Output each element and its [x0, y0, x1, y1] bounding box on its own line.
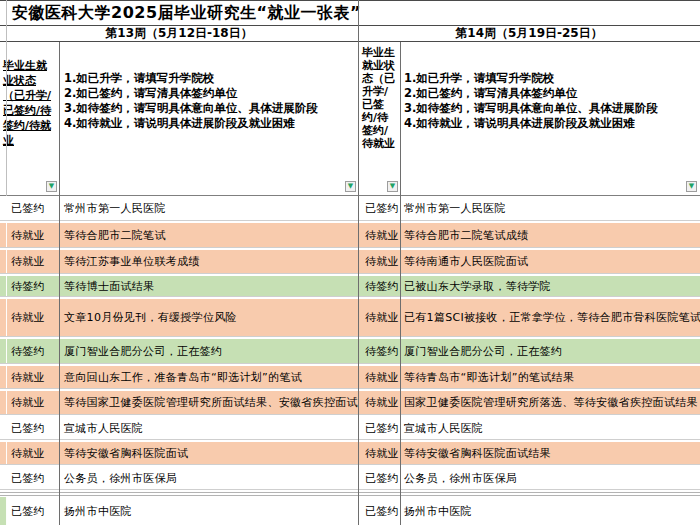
- w13-status-cell[interactable]: 已签约: [7, 196, 59, 220]
- detail-text: 等待青岛市“即选计划”的笔试结果: [404, 370, 574, 385]
- gridline-vertical: [59, 42, 60, 525]
- w14-detail-cell[interactable]: 已被山东大学录取，等待学院: [400, 276, 700, 296]
- w13-detail-cell[interactable]: 公务员，徐州市医保局: [59, 467, 358, 489]
- detail-text: 文章10月份见刊，有缓授学位风险: [64, 310, 237, 325]
- status-label: 已签约: [365, 471, 399, 486]
- w13-status-cell[interactable]: 已签约: [7, 497, 59, 525]
- w13-detail-cell[interactable]: 等待合肥市二院笔试: [59, 223, 358, 247]
- w13-detail-cell[interactable]: 意向回山东工作，准备青岛市“即选计划”的笔试: [59, 366, 358, 388]
- w14-status-cell[interactable]: 待就业: [358, 442, 400, 464]
- w13-detail-cell[interactable]: 厦门智业合肥分公司，正在签约: [59, 339, 358, 363]
- w14-status-cell[interactable]: 已签约: [358, 196, 400, 220]
- w14-status-cell[interactable]: 待就业: [358, 250, 400, 273]
- detail-text: 宣城市人民医院: [404, 421, 483, 436]
- detail-text: 等待博士面试结果: [64, 279, 154, 294]
- detail-text: 已有1篇SCI被接收，正常拿学位，等待合肥市骨科医院笔试成绩: [404, 310, 700, 325]
- detail-text: 等待国家卫健委医院管理研究所面试结果、安徽省疾控面试: [64, 395, 358, 410]
- w13-status-cell[interactable]: 待就业: [7, 442, 59, 464]
- row-leading-cell: [0, 223, 7, 247]
- w14-detail-cell[interactable]: 扬州市中医院: [400, 497, 700, 525]
- filter-arrow-icon: ▼: [689, 183, 694, 190]
- filter-dropdown-button[interactable]: ▼: [686, 181, 697, 192]
- title-cell[interactable]: 安徽医科大学2025届毕业研究生“就业一张表”: [0, 0, 700, 26]
- w14-status-cell[interactable]: 待就业: [358, 366, 400, 388]
- w13-status-cell[interactable]: 待就业: [7, 299, 59, 336]
- w14-detail-cell[interactable]: 已有1篇SCI被接收，正常拿学位，等待合肥市骨科医院笔试成绩: [400, 299, 700, 336]
- w13-status-cell[interactable]: 待就业: [7, 223, 59, 247]
- w14-status-cell[interactable]: 待就业: [358, 391, 400, 414]
- filter-dropdown-button[interactable]: ▼: [345, 181, 356, 192]
- w14-detail-cell[interactable]: 等待合肥市二院笔试成绩: [400, 223, 700, 247]
- w13-detail-cell[interactable]: 等待国家卫健委医院管理研究所面试结果、安徽省疾控面试: [59, 391, 358, 414]
- w14-status-cell[interactable]: 待签约: [358, 276, 400, 296]
- table-row: 已签约 宣城市人民医院 已签约 宣城市人民医院: [0, 417, 700, 440]
- w13-status-cell[interactable]: 待就业: [7, 366, 59, 388]
- filter-dropdown-button[interactable]: ▼: [387, 181, 398, 192]
- w13-status-cell[interactable]: 已签约: [7, 467, 59, 489]
- status-header-text: 毕业生就业状态（已升学/已签约/待签约/待就业: [3, 59, 51, 147]
- w13-detail-cell[interactable]: 等待博士面试结果: [59, 276, 358, 296]
- detail-text: 等待南通市人民医院面试: [404, 254, 528, 269]
- w14-status-cell[interactable]: 已签约: [358, 467, 400, 489]
- w14-status-cell[interactable]: 待就业: [358, 299, 400, 336]
- status-label: 待就业: [365, 446, 399, 461]
- w14-detail-cell[interactable]: 国家卫健委医院管理研究所落选、等待安徽省疾控面试结果: [400, 391, 700, 414]
- status-label: 待就业: [11, 254, 45, 269]
- filter-dropdown-button[interactable]: ▼: [46, 181, 57, 192]
- w14-detail-cell[interactable]: 厦门智业合肥分公司，正在签约: [400, 339, 700, 363]
- w13-status-cell[interactable]: 已签约: [7, 417, 59, 439]
- row-leading-cell: [0, 196, 7, 220]
- instruction-line: 2.如已签约，请写清具体签约单位: [404, 86, 698, 101]
- w14-instructions-cell[interactable]: 1.如已升学，请填写升学院校 2.如已签约，请写清具体签约单位 3.如待签约，请…: [400, 42, 700, 195]
- status-label: 待就业: [365, 254, 399, 269]
- w13-status-cell[interactable]: 待签约: [7, 276, 59, 296]
- gridline-vertical: [358, 0, 359, 525]
- week13-header-cell[interactable]: 第13周（5月12日-18日）: [0, 26, 358, 41]
- row-leading-cell: [0, 299, 7, 336]
- filter-arrow-icon: ▼: [390, 183, 395, 190]
- table-row: 待就业 等待安徽省胸科医院面试 待就业 等待安徽省胸科医院面试结果: [0, 442, 700, 465]
- week14-header-cell[interactable]: 第14周（5月19日-25日）: [358, 26, 700, 41]
- w14-detail-cell[interactable]: 等待南通市人民医院面试: [400, 250, 700, 273]
- status-label: 已签约: [11, 504, 45, 519]
- table-row: 已签约 常州市第一人民医院 已签约 常州市第一人民医院: [0, 196, 700, 221]
- status-label: 待就业: [11, 310, 45, 325]
- detail-text: 公务员，徐州市医保局: [404, 471, 517, 486]
- w13-detail-cell[interactable]: 常州市第一人民医院: [59, 196, 358, 220]
- w13-detail-cell[interactable]: 扬州市中医院: [59, 497, 358, 525]
- w13-status-cell[interactable]: 待就业: [7, 250, 59, 273]
- w13-instructions-cell[interactable]: 1.如已升学，请填写升学院校 2.如已签约，请写清具体签约单位 3.如待签约，请…: [59, 42, 358, 195]
- detail-text: 厦门智业合肥分公司，正在签约: [404, 344, 562, 359]
- w13-status-header-cell[interactable]: 毕业生就业状态（已升学/已签约/待签约/待就业 ▼: [0, 42, 59, 195]
- w13-status-cell[interactable]: 待签约: [7, 339, 59, 363]
- header-instruction-row: 毕业生就业状态（已升学/已签约/待签约/待就业 ▼ 1.如已升学，请填写升学院校…: [0, 42, 700, 196]
- w14-status-cell[interactable]: 已签约: [358, 417, 400, 439]
- row-leading-cell: [0, 339, 7, 363]
- status-label: 待就业: [365, 395, 399, 410]
- w13-detail-cell[interactable]: 文章10月份见刊，有缓授学位风险: [59, 299, 358, 336]
- w13-status-cell[interactable]: 待就业: [7, 391, 59, 414]
- w14-status-cell[interactable]: 待就业: [358, 223, 400, 247]
- detail-text: 常州市第一人民医院: [404, 201, 506, 216]
- gridline-vertical-light: [6, 0, 7, 196]
- w14-status-cell[interactable]: 待签约: [358, 339, 400, 363]
- table-row: 待就业 文章10月份见刊，有缓授学位风险 待就业 已有1篇SCI被接收，正常拿学…: [0, 299, 700, 337]
- status-label: 已签约: [11, 421, 45, 436]
- w14-status-header-cell[interactable]: 毕业生就业状态（已升学/已签约/待签约/待就业 ▼: [358, 42, 400, 195]
- w14-detail-cell[interactable]: 等待青岛市“即选计划”的笔试结果: [400, 366, 700, 388]
- w13-detail-cell[interactable]: 等待江苏事业单位联考成绩: [59, 250, 358, 273]
- w14-detail-cell[interactable]: 常州市第一人民医院: [400, 196, 700, 220]
- instruction-line: 3.如待签约，请写明具体意向单位、具体进展阶段: [64, 101, 356, 116]
- status-label: 待签约: [11, 279, 45, 294]
- w14-status-cell[interactable]: 已签约: [358, 497, 400, 525]
- row-leading-cell: [0, 497, 7, 525]
- w13-detail-cell[interactable]: 宣城市人民医院: [59, 417, 358, 439]
- w14-detail-cell[interactable]: 公务员，徐州市医保局: [400, 467, 700, 489]
- w13-detail-cell[interactable]: 等待安徽省胸科医院面试: [59, 442, 358, 464]
- detail-text: 扬州市中医院: [404, 504, 472, 519]
- w14-detail-cell[interactable]: 宣城市人民医院: [400, 417, 700, 439]
- detail-text: 等待安徽省胸科医院面试结果: [404, 446, 551, 461]
- w14-detail-cell[interactable]: 等待安徽省胸科医院面试结果: [400, 442, 700, 464]
- detail-text: 扬州市中医院: [64, 504, 132, 519]
- instruction-line: 3.如待签约，请写明具体意向单位、具体进展阶段: [404, 101, 698, 116]
